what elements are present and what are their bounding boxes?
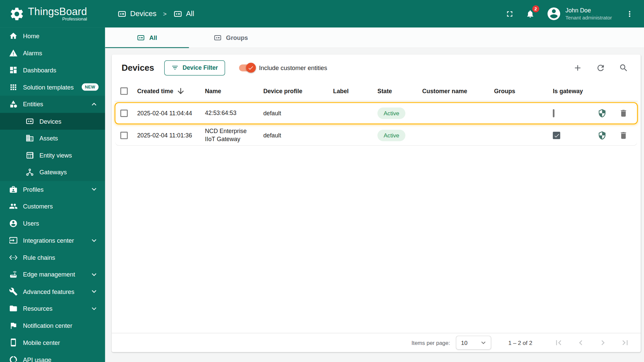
sidebar-item-home[interactable]: Home: [0, 27, 105, 45]
is-gateway-checkbox[interactable]: [553, 132, 560, 139]
sidebar-item-entity-views[interactable]: Entity views: [0, 147, 105, 164]
table-row[interactable]: 2025-02-04 11:04:44 42:53:64:53 default …: [115, 102, 638, 124]
column-name[interactable]: Name: [205, 87, 263, 94]
sidebar-item-rule-chains[interactable]: Rule chains: [0, 249, 105, 266]
sidebar-item-assets[interactable]: Assets: [0, 130, 105, 147]
column-label[interactable]: Label: [333, 87, 377, 94]
sidebar-item-gateways[interactable]: Gateways: [0, 164, 105, 181]
sidebar-item-integrations-center[interactable]: Integrations center: [0, 232, 105, 249]
new-badge: NEW: [82, 83, 99, 91]
chevron-down-icon: [479, 339, 487, 347]
breadcrumb-separator: >: [163, 10, 167, 17]
next-page-button[interactable]: [596, 336, 609, 349]
sidebar-item-users[interactable]: Users: [0, 215, 105, 232]
app-logo[interactable]: ThingsBoard Professional: [9, 6, 87, 22]
sidebar-item-alarms[interactable]: Alarms: [0, 45, 105, 62]
chevron-up-icon: [90, 100, 99, 109]
search-icon: [619, 63, 628, 72]
sidebar-item-notification-center[interactable]: Notification center: [0, 317, 105, 334]
security-button[interactable]: [596, 107, 608, 120]
column-device-profile[interactable]: Device profile: [263, 87, 333, 94]
table-icon: [25, 151, 34, 160]
search-button[interactable]: [617, 61, 630, 74]
sidebar-item-label: Advanced features: [23, 288, 74, 295]
smartphone-icon: [9, 338, 18, 347]
sidebar-item-entities[interactable]: Entities: [0, 96, 105, 113]
refresh-button[interactable]: [594, 61, 607, 74]
home-icon: [9, 32, 18, 41]
building-icon: [25, 134, 34, 142]
items-per-page-select[interactable]: 10: [456, 336, 491, 350]
add-device-button[interactable]: [571, 61, 584, 74]
tab-all-label: All: [149, 34, 157, 41]
sidebar-item-label: Dashboards: [23, 67, 56, 74]
chevron-down-icon: [90, 270, 99, 279]
user-menu[interactable]: John Doe Tenant administrator: [566, 7, 612, 21]
sidebar-item-solution-templates[interactable]: Solution templates NEW: [0, 78, 105, 96]
is-gateway-checkbox[interactable]: [553, 109, 554, 117]
table-row[interactable]: 2025-02-04 11:01:36 NCD Enterprise IIoT …: [115, 124, 638, 146]
breadcrumb-devices[interactable]: Devices: [117, 9, 156, 18]
include-customer-entities-toggle[interactable]: Include customer entities: [239, 64, 327, 71]
panel-toolbar: Devices Device Filter Include customer e…: [112, 55, 641, 81]
app-window: ThingsBoard Professional Devices > All: [0, 0, 644, 362]
previous-page-button[interactable]: [574, 336, 587, 349]
filter-icon: [171, 64, 179, 71]
sidebar-item-api-usage[interactable]: API usage: [0, 351, 105, 362]
column-customer-name[interactable]: Customer name: [422, 87, 494, 94]
tab-bar: All Groups: [105, 27, 644, 48]
chevron-down-icon: [90, 236, 99, 245]
ethernet-icon: [9, 253, 18, 262]
items-per-page-value: 10: [461, 340, 468, 346]
delete-button[interactable]: [617, 107, 630, 120]
sidebar-item-label: Mobile center: [23, 339, 60, 346]
device-filter-button[interactable]: Device Filter: [164, 60, 225, 75]
dashboard-icon: [9, 66, 18, 74]
select-all-checkbox[interactable]: [120, 87, 128, 95]
row-checkbox[interactable]: [120, 110, 128, 117]
sidebar-item-label: Profiles: [23, 186, 44, 193]
trash-icon: [619, 109, 628, 118]
top-bar: ThingsBoard Professional Devices > All: [0, 0, 644, 27]
delete-button[interactable]: [617, 129, 630, 142]
column-groups[interactable]: Groups: [494, 87, 553, 94]
cell-name: NCD Enterprise IIoT Gateway: [205, 127, 263, 143]
tab-groups[interactable]: Groups: [189, 27, 273, 48]
sidebar-item-edge-management[interactable]: Edge management: [0, 266, 105, 283]
user-name: John Doe: [566, 7, 612, 14]
avatar[interactable]: [546, 6, 561, 21]
tab-all[interactable]: All: [105, 27, 189, 48]
first-page-button[interactable]: [552, 336, 565, 349]
toggle-switch[interactable]: [239, 64, 255, 71]
sidebar-item-mobile-center[interactable]: Mobile center: [0, 334, 105, 351]
cell-created-time: 2025-02-04 11:04:44: [137, 110, 205, 117]
more-menu-button[interactable]: [624, 8, 636, 20]
devices-icon: [137, 34, 145, 42]
last-page-button[interactable]: [619, 336, 632, 349]
refresh-icon: [596, 63, 605, 72]
sidebar-item-dashboards[interactable]: Dashboards: [0, 62, 105, 79]
table-footer: Items per page: 10 1 – 2 of 2: [112, 333, 641, 352]
folder-icon: [9, 304, 18, 313]
sidebar-item-profiles[interactable]: Profiles: [0, 181, 105, 198]
shield-icon: [598, 131, 607, 140]
column-state[interactable]: State: [377, 87, 422, 94]
status-badge: Active: [377, 108, 405, 119]
app-edition: Professional: [28, 16, 87, 21]
sidebar-item-devices[interactable]: Devices: [0, 113, 105, 130]
sidebar-item-resources[interactable]: Resources: [0, 300, 105, 317]
devices-icon: [25, 117, 34, 126]
sidebar: Home Alarms Dashboards Solution template…: [0, 27, 105, 362]
column-is-gateway[interactable]: Is gateway: [553, 87, 596, 94]
fullscreen-button[interactable]: [503, 8, 516, 20]
shield-icon: [598, 109, 607, 118]
sidebar-item-advanced-features[interactable]: Advanced features: [0, 283, 105, 300]
devices-icon: [214, 34, 222, 42]
sidebar-item-customers[interactable]: Customers: [0, 198, 105, 215]
sidebar-item-label: Resources: [23, 305, 53, 312]
security-button[interactable]: [596, 129, 608, 142]
cell-created-time: 2025-02-04 11:01:36: [137, 132, 205, 139]
column-created-time[interactable]: Created time: [137, 86, 205, 96]
row-checkbox[interactable]: [120, 132, 128, 139]
breadcrumb-all[interactable]: All: [173, 9, 194, 18]
